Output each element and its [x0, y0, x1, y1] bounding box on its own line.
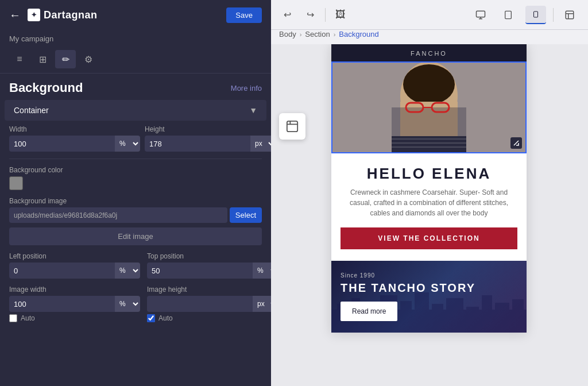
left-pos-label: Left position	[9, 252, 140, 260]
breadcrumb-body[interactable]: Body	[279, 30, 296, 38]
svg-rect-7	[566, 11, 574, 19]
width-label: Width	[9, 125, 140, 133]
bg-color-label: Background color	[9, 166, 262, 174]
image-size-row: Image width %px Auto Image height	[9, 285, 262, 322]
form-area: Width %px Height px%	[0, 125, 271, 329]
img-height-auto-checkbox[interactable]	[147, 314, 155, 322]
back-button[interactable]: ←	[9, 9, 21, 22]
bg-color-section: Background color	[9, 166, 262, 190]
img-height-auto-label: Auto	[158, 314, 173, 322]
top-pos-field: Top position %px	[147, 252, 271, 279]
svg-rect-29	[446, 298, 463, 333]
logo-icon: ✦	[28, 9, 40, 21]
container-label: Container	[14, 106, 49, 115]
tab-grid[interactable]: ⊞	[32, 50, 53, 68]
width-unit-select[interactable]: %px	[115, 136, 140, 152]
dimensions-row: Width %px Height px%	[9, 125, 262, 152]
height-label: Height	[145, 125, 271, 133]
left-pos-unit-select[interactable]: %px	[115, 263, 140, 279]
svg-rect-31	[482, 295, 492, 333]
divider2	[553, 8, 554, 22]
svg-rect-32	[495, 303, 509, 333]
select-button[interactable]: Select	[230, 207, 262, 223]
more-info-button[interactable]: More info	[231, 84, 262, 92]
svg-rect-0	[477, 11, 485, 17]
share-button[interactable]	[560, 6, 579, 24]
breadcrumb-background[interactable]: Background	[339, 30, 378, 38]
img-width-auto-checkbox[interactable]	[9, 314, 17, 322]
preview-area: ↩ ↪ 🖼 Body › Section	[270, 0, 588, 386]
story-title: THE TANCHO STORY	[341, 281, 517, 295]
img-width-label: Image width	[9, 285, 140, 294]
bg-image-label: Background image	[9, 197, 262, 205]
svg-rect-30	[466, 307, 479, 333]
panel-title: Background	[9, 80, 83, 95]
svg-rect-28	[432, 304, 443, 333]
color-preview[interactable]	[9, 176, 23, 190]
story-since: Since 1990	[341, 272, 517, 279]
top-pos-unit-select[interactable]: %px	[253, 263, 271, 279]
width-field: Width %px	[9, 125, 140, 152]
height-field: Height px%	[145, 125, 271, 152]
svg-rect-3	[505, 11, 512, 18]
img-height-unit-select[interactable]: px%	[253, 296, 271, 312]
panel-tabs: ≡ ⊞ ✏ ⚙	[0, 45, 271, 74]
img-width-input[interactable]	[9, 296, 115, 312]
desktop-device-button[interactable]	[470, 6, 491, 24]
img-height-field: Image height px% Auto	[147, 285, 271, 322]
tab-layout[interactable]: ≡	[9, 50, 30, 68]
bg-image-section: Background image Select	[9, 197, 262, 223]
redo-button[interactable]: ↪	[302, 7, 318, 23]
logo: ✦ Dartagnan	[28, 9, 98, 21]
panel-header: Background More info	[0, 74, 271, 100]
hero-title: HELLO ELENA	[341, 165, 517, 183]
position-row: Left position %px Top position %px	[9, 252, 262, 279]
svg-rect-8	[287, 121, 297, 132]
preview-topbar: ↩ ↪ 🖼	[270, 0, 588, 30]
left-pos-input[interactable]	[9, 263, 115, 279]
container-section[interactable]: Container ▼	[5, 100, 266, 121]
tab-style[interactable]: ✏	[55, 50, 76, 68]
breadcrumb-section[interactable]: Section	[305, 30, 330, 38]
selection-border	[331, 61, 527, 153]
img-width-auto-label: Auto	[21, 314, 35, 322]
tab-settings[interactable]: ⚙	[78, 50, 99, 68]
preview-content: FANCHO	[270, 44, 588, 386]
story-section: Since 1990 THE TANCHO STORY Read more	[331, 261, 527, 333]
save-button[interactable]: Save	[226, 7, 262, 23]
img-width-field: Image width %px Auto	[9, 285, 140, 322]
hero-section: HELLO ELENA Crewneck in cashmere Coarseh…	[331, 153, 527, 261]
height-input[interactable]	[145, 136, 250, 152]
read-more-button[interactable]: Read more	[341, 302, 397, 321]
brand-name: FANCHO	[411, 50, 447, 57]
svg-rect-33	[512, 299, 524, 333]
divider	[325, 8, 326, 22]
height-unit-select[interactable]: px%	[250, 136, 271, 152]
image-picker-button[interactable]: 🖼	[332, 7, 349, 23]
left-pos-field: Left position %px	[9, 252, 140, 279]
edit-image-button[interactable]: Edit image	[9, 227, 262, 245]
mobile-device-button[interactable]	[525, 6, 546, 24]
tablet-device-button[interactable]	[498, 6, 519, 24]
img-height-input[interactable]	[147, 296, 253, 312]
top-pos-label: Top position	[147, 252, 271, 260]
img-height-label: Image height	[147, 285, 271, 294]
top-pos-input[interactable]	[147, 263, 253, 279]
chevron-right-icon: ›	[300, 31, 302, 38]
cta-button[interactable]: VIEW THE COLLECTION	[341, 227, 517, 249]
img-width-unit-select[interactable]: %px	[115, 296, 140, 312]
hero-desc: Crewneck in cashmere Coarsehair. Super- …	[341, 187, 517, 218]
svg-rect-27	[415, 292, 429, 333]
image-path-input[interactable]	[9, 207, 227, 223]
preview-canvas: FANCHO	[331, 44, 527, 333]
canvas-topbar: FANCHO	[331, 44, 527, 61]
breadcrumb: Body › Section › Background	[270, 30, 588, 44]
logo-text: Dartagnan	[44, 9, 98, 21]
undo-button[interactable]: ↩	[279, 7, 295, 23]
width-input[interactable]	[9, 136, 115, 152]
campaign-name: My campaign	[0, 30, 271, 45]
chevron-down-icon: ▼	[249, 106, 257, 115]
floating-action-icon[interactable]	[279, 113, 305, 140]
resize-handle[interactable]	[510, 137, 522, 149]
chevron-right-icon2: ›	[334, 31, 336, 38]
